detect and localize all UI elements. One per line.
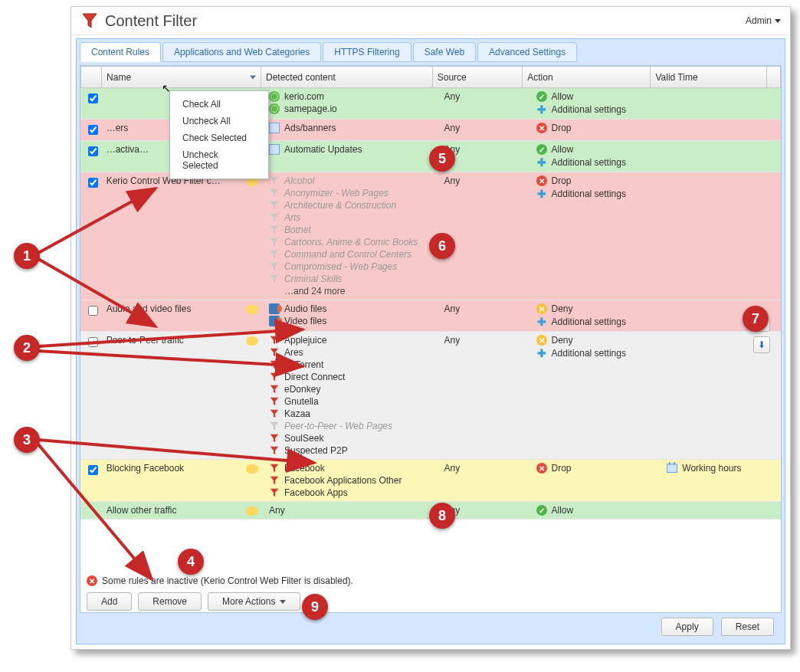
detected-list: Automatic Updates <box>269 144 435 155</box>
annotation-8: 8 <box>429 503 455 529</box>
tab-bar: Content Rules Applications and Web Categ… <box>80 42 782 62</box>
content-filter-window: Content Filter Admin Content Rules Appli… <box>70 6 791 650</box>
row-checkbox[interactable] <box>88 93 98 103</box>
source-label: Any <box>444 123 461 133</box>
detected-item: Ads/banners <box>269 123 435 133</box>
detected-item: Facebook Apps <box>269 487 435 498</box>
comment-icon[interactable] <box>246 506 258 516</box>
detected-list: FacebookFacebook Applications OtherFaceb… <box>269 463 435 498</box>
detected-item: eDonkey <box>269 384 435 395</box>
funnel-icon <box>269 212 280 223</box>
admin-label: Admin <box>746 15 772 26</box>
additional-settings[interactable]: ✚Additional settings <box>536 316 658 328</box>
col-valid-time[interactable]: Valid Time <box>651 67 766 88</box>
chevron-down-icon <box>250 75 256 79</box>
plus-icon: ✚ <box>536 103 547 116</box>
funnel-icon <box>269 372 280 382</box>
funnel-icon <box>269 408 280 419</box>
apply-button[interactable]: Apply <box>661 618 713 636</box>
filter-icon <box>80 11 99 30</box>
reset-button[interactable]: Reset <box>721 618 774 636</box>
move-down-button[interactable]: ⬇ <box>753 336 770 353</box>
funnel-icon <box>269 396 280 407</box>
menu-check-selected[interactable]: Check Selected <box>170 129 268 146</box>
detected-item: Applejuice <box>269 335 435 346</box>
detected-label: Ares <box>284 347 303 358</box>
detected-item: Audio files <box>269 303 435 314</box>
row-checkbox[interactable] <box>88 306 98 316</box>
action-label: Deny <box>552 303 573 314</box>
additional-settings[interactable]: ✚Additional settings <box>536 103 658 116</box>
more-actions-button[interactable]: More Actions <box>208 592 300 611</box>
add-button[interactable]: Add <box>87 592 132 611</box>
detected-label: SoulSeek <box>284 433 323 444</box>
funnel-icon <box>269 359 280 370</box>
deny-icon: ✕ <box>536 303 547 314</box>
comment-icon[interactable] <box>246 305 258 314</box>
rules-header-table: Name Detected content Source Action Vali… <box>80 66 781 88</box>
comment-icon[interactable] <box>246 464 258 474</box>
table-row[interactable]: Audio and video files Audio filesVideo f… <box>80 300 781 332</box>
detected-label: Botnet <box>284 225 311 235</box>
tab-advanced-settings[interactable]: Advanced Settings <box>477 42 577 62</box>
funnel-icon <box>269 237 280 247</box>
tab-applications[interactable]: Applications and Web Categories <box>162 42 321 62</box>
col-checkbox[interactable] <box>81 67 102 88</box>
additional-settings[interactable]: ✚Additional settings <box>536 188 658 200</box>
drop-icon: ✕ <box>536 123 547 133</box>
col-name[interactable]: Name <box>102 67 261 88</box>
detected-item: Gnutella <box>269 396 435 407</box>
detected-item: Arts <box>269 212 435 223</box>
funnel-icon <box>269 200 280 211</box>
detected-label: Alcohol <box>284 175 314 186</box>
additional-settings-label: Additional settings <box>552 157 626 168</box>
rule-name: Peer-to-Peer traffic <box>107 335 184 346</box>
tab-safe-web[interactable]: Safe Web <box>413 42 476 62</box>
additional-settings[interactable]: ✚Additional settings <box>536 347 658 359</box>
tab-https-filtering[interactable]: HTTPS Filtering <box>323 42 411 62</box>
row-checkbox[interactable] <box>88 146 98 156</box>
menu-uncheck-selected[interactable]: Uncheck Selected <box>170 146 268 174</box>
detected-label: Arts <box>284 212 300 223</box>
action-label: Allow <box>552 505 574 516</box>
comment-icon[interactable] <box>246 336 258 346</box>
cursor-icon: ↖ <box>162 82 171 94</box>
table-row[interactable]: Kerio Control Web Filter categor… Alcoho… <box>80 172 781 300</box>
row-checkbox[interactable] <box>88 337 98 347</box>
additional-settings-label: Additional settings <box>552 316 626 327</box>
admin-menu[interactable]: Admin <box>746 15 781 26</box>
name-cell: Audio and video files <box>107 303 260 314</box>
remove-button[interactable]: Remove <box>138 592 202 611</box>
row-checkbox[interactable] <box>88 178 98 188</box>
plus-icon: ✚ <box>536 156 547 169</box>
detected-item: Suspected P2P <box>269 445 435 456</box>
menu-uncheck-all[interactable]: Uncheck All <box>170 113 268 129</box>
funnel-icon <box>269 225 280 235</box>
row-checkbox[interactable] <box>88 125 98 135</box>
table-row[interactable]: Blocking Facebook FacebookFacebook Appli… <box>80 460 781 502</box>
deny-icon: ✕ <box>536 335 547 346</box>
menu-check-all[interactable]: Check All <box>170 96 268 113</box>
col-detected[interactable]: Detected content <box>261 67 433 88</box>
name-cell: Allow other traffic <box>107 505 260 516</box>
detected-item: Direct Connect <box>269 372 435 382</box>
funnel-icon <box>269 335 280 346</box>
detected-item: Architecture & Construction <box>269 200 435 211</box>
drop-icon: ✕ <box>536 463 547 474</box>
tab-content-rules[interactable]: Content Rules <box>80 42 161 62</box>
chevron-down-icon <box>280 600 286 604</box>
funnel-icon <box>269 487 280 498</box>
detected-label: Criminal Skills <box>284 274 342 284</box>
more-actions-label: More Actions <box>222 596 275 607</box>
row-checkbox[interactable] <box>88 465 98 475</box>
col-action[interactable]: Action <box>523 67 651 88</box>
action-row: ✓Allow <box>536 505 658 516</box>
detected-label: Audio files <box>284 303 326 314</box>
funnel-icon <box>269 463 280 474</box>
table-row[interactable]: Peer-to-Peer traffic ApplejuiceAresBitTo… <box>80 332 781 460</box>
action-label: Deny <box>552 335 573 346</box>
calendar-icon <box>667 464 677 473</box>
funnel-icon <box>269 384 280 395</box>
additional-settings[interactable]: ✚Additional settings <box>536 156 658 169</box>
col-source[interactable]: Source <box>432 67 523 88</box>
